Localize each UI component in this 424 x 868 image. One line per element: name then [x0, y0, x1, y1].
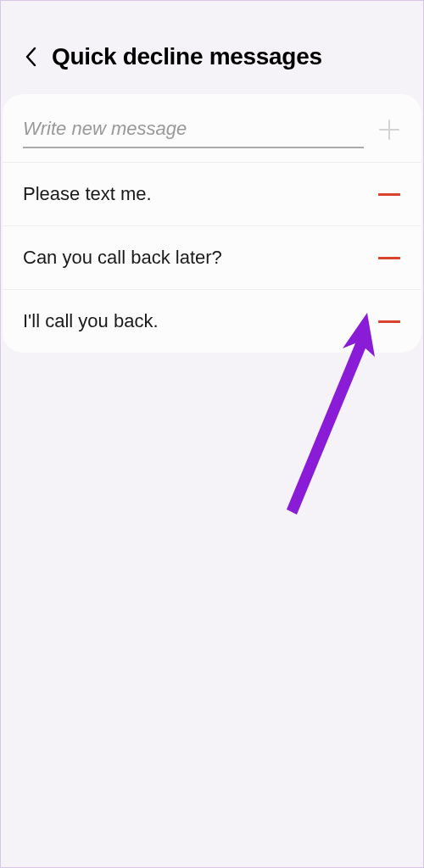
plus-icon[interactable] — [377, 118, 401, 142]
new-message-row — [3, 94, 421, 162]
message-item: Can you call back later? — [3, 225, 421, 289]
header: Quick decline messages — [1, 1, 423, 94]
message-text: Can you call back later? — [23, 247, 222, 269]
back-icon[interactable] — [25, 47, 36, 67]
delete-icon[interactable] — [377, 256, 401, 259]
messages-card: Please text me. Can you call back later?… — [3, 94, 421, 353]
delete-icon[interactable] — [377, 192, 401, 196]
page-title: Quick decline messages — [52, 43, 322, 70]
message-item: I'll call you back. — [3, 289, 421, 353]
new-message-input[interactable] — [23, 111, 364, 148]
message-text: Please text me. — [23, 183, 152, 205]
message-text: I'll call you back. — [23, 310, 159, 332]
delete-icon[interactable] — [377, 320, 401, 323]
message-item: Please text me. — [3, 162, 421, 225]
